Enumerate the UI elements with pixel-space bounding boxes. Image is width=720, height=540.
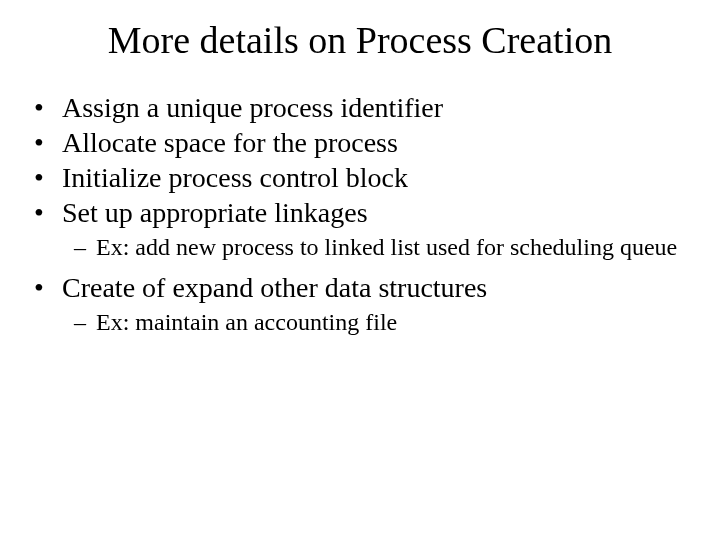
sub-bullet-text: Ex: add new process to linked list used … [96, 232, 690, 262]
bullet-text: Allocate space for the process [62, 125, 690, 160]
bullet-text: Set up appropriate linkages [62, 195, 690, 230]
bullet-text: Assign a unique process identifier [62, 90, 690, 125]
sub-bullet-text: Ex: maintain an accounting file [96, 307, 690, 337]
bullet-item: • Assign a unique process identifier [34, 90, 690, 125]
sub-bullet-item: – Ex: maintain an accounting file [34, 307, 690, 337]
bullet-text: Create of expand other data structures [62, 270, 690, 305]
sub-bullet-item: – Ex: add new process to linked list use… [34, 232, 690, 262]
bullet-item: • Allocate space for the process [34, 125, 690, 160]
bullet-icon: • [34, 270, 62, 305]
bullet-icon: • [34, 160, 62, 195]
bullet-icon: • [34, 125, 62, 160]
dash-icon: – [74, 232, 96, 262]
slide-content: • Assign a unique process identifier • A… [30, 90, 690, 337]
bullet-text: Initialize process control block [62, 160, 690, 195]
bullet-icon: • [34, 90, 62, 125]
bullet-item: • Set up appropriate linkages [34, 195, 690, 230]
bullet-item: • Create of expand other data structures [34, 270, 690, 305]
bullet-icon: • [34, 195, 62, 230]
slide-title: More details on Process Creation [30, 18, 690, 62]
dash-icon: – [74, 307, 96, 337]
bullet-item: • Initialize process control block [34, 160, 690, 195]
